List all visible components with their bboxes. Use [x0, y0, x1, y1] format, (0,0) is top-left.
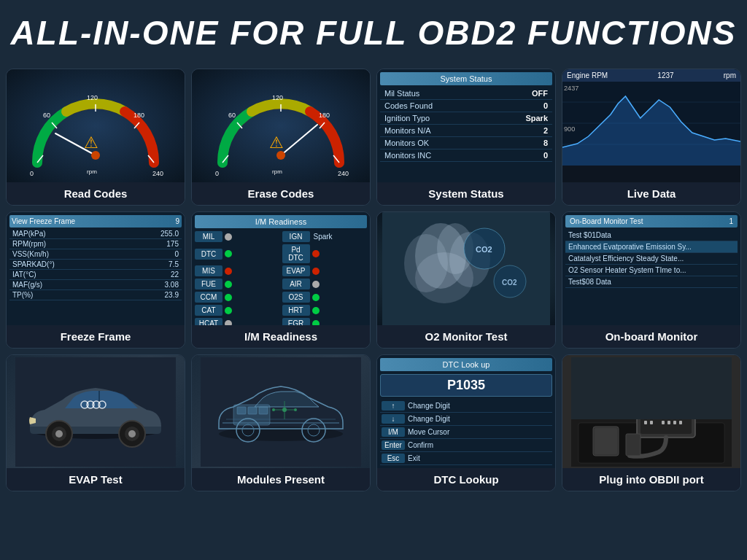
- svg-rect-93: [644, 421, 647, 424]
- im-row-fue: FUE: [195, 279, 280, 289]
- tile-live-data[interactable]: Engine RPM 1237 rpm 2437 900: [562, 69, 741, 206]
- svg-point-73: [294, 408, 297, 411]
- tile-im-readiness[interactable]: I/M Readiness MIL IGN Spark DTC: [191, 211, 371, 349]
- svg-text:240: 240: [152, 170, 163, 177]
- svg-rect-102: [626, 434, 640, 456]
- svg-text:CO2: CO2: [502, 279, 517, 287]
- dtc-key-esc: Esc Exit: [380, 452, 552, 465]
- svg-rect-97: [673, 421, 676, 424]
- im-row-hrt: HRT: [282, 305, 368, 316]
- svg-text:⚠: ⚠: [269, 133, 284, 152]
- tile-freeze-frame-label: Freeze Frame: [7, 325, 185, 348]
- im-row-pddtc: Pd DTC: [282, 244, 368, 263]
- ob-row-4[interactable]: Test$08 Data: [565, 276, 738, 288]
- tile-dtc-lookup-label: DTC Lookup: [377, 468, 555, 491]
- ob-row-3[interactable]: O2 Sensor Heater System TIme to...: [565, 265, 738, 276]
- ff-row-5: MAF(g/s)3.08: [9, 280, 182, 290]
- ff-count: 9: [175, 217, 179, 225]
- im-row-mis: MIS: [195, 265, 280, 276]
- tile-onboard-monitor-label: On-board Monitor: [562, 325, 740, 348]
- svg-text:60: 60: [43, 112, 50, 119]
- tile-obd-port-label: Plug into OBDII port: [562, 468, 740, 491]
- ff-row-3: SPARKAD(°)7.5: [9, 260, 182, 270]
- svg-text:0: 0: [215, 170, 219, 177]
- ss-row-ignition: Ignition TypoSpark: [380, 112, 552, 125]
- im-title: I/M Readiness: [195, 215, 367, 228]
- ff-row-6: TP(%)23.9: [9, 290, 182, 300]
- svg-text:2437: 2437: [564, 85, 578, 92]
- ff-title-text: View Freeze Frame: [12, 217, 75, 225]
- tile-modules-present-label: Modules Present: [192, 468, 370, 491]
- tile-o2-monitor[interactable]: CO2 CO2 O2 Monitor Test: [376, 211, 556, 349]
- im-row-air: AIR: [282, 279, 368, 289]
- tile-evap-test[interactable]: EVAP Test: [6, 354, 185, 491]
- ob-title-text: On-Board Monitor Test: [570, 217, 643, 225]
- system-status-title: System Status: [380, 72, 552, 85]
- svg-text:rpm: rpm: [87, 168, 97, 175]
- ss-row-monitors-inc: Monitors INC0: [380, 149, 552, 162]
- ff-row-1: RPM(rpm)175: [9, 239, 182, 249]
- page-title: ALL-IN-ONE FOR FULL OBD2 FUNCTIONS: [7, 13, 740, 52]
- tile-im-readiness-label: I/M Readiness: [192, 325, 370, 348]
- ob-row-1[interactable]: Enhanced Evatporative Emission Sy...: [565, 241, 738, 253]
- svg-rect-99: [571, 357, 732, 419]
- svg-line-24: [281, 125, 317, 155]
- svg-point-71: [282, 408, 287, 412]
- svg-text:CO2: CO2: [476, 245, 492, 254]
- ff-row-4: IAT(°C)22: [9, 270, 182, 280]
- tile-evap-test-label: EVAP Test: [7, 468, 185, 491]
- ob-row-2[interactable]: Catatalyst Efficiency Steady State...: [565, 253, 738, 265]
- svg-point-52: [128, 430, 136, 438]
- svg-text:180: 180: [319, 112, 330, 119]
- svg-rect-95: [662, 421, 665, 424]
- ss-row-monitors-ok: Monitors OK8: [380, 137, 552, 149]
- ob-row-0[interactable]: Test $01Data: [565, 230, 738, 241]
- im-row-dtc: DTC: [195, 244, 280, 263]
- ff-row-0: MAP(kPa)255.0: [9, 229, 182, 239]
- im-row-cat: CAT: [195, 305, 280, 316]
- im-row-evap: EVAP: [282, 265, 368, 276]
- svg-rect-98: [679, 421, 682, 424]
- svg-point-11: [91, 151, 100, 160]
- ff-row-2: VSS(Km/h)0: [9, 249, 182, 260]
- ob-count: 1: [729, 217, 733, 225]
- dtc-key-im: I/M Move Cursor: [380, 426, 552, 439]
- ss-row-monitors-na: Monitors N/A2: [380, 125, 552, 137]
- tile-live-data-label: Live Data: [562, 182, 740, 205]
- svg-text:180: 180: [133, 112, 144, 119]
- dtc-key-up: ↑ Change Digit: [380, 400, 552, 413]
- tile-system-status[interactable]: System Status Mil StatusOFF Codes Found0…: [376, 69, 556, 206]
- svg-text:120: 120: [87, 94, 98, 101]
- tile-system-status-label: System Status: [377, 182, 555, 205]
- svg-text:rpm: rpm: [272, 168, 282, 175]
- svg-point-39: [415, 252, 473, 303]
- svg-rect-96: [667, 421, 670, 424]
- ss-row-mil: Mil StatusOFF: [380, 88, 552, 100]
- tile-onboard-monitor[interactable]: On-Board Monitor Test 1 Test $01Data Enh…: [562, 211, 741, 349]
- im-row-o2s: O2S: [282, 292, 368, 303]
- svg-rect-94: [650, 421, 653, 424]
- svg-rect-101: [595, 428, 617, 454]
- svg-text:900: 900: [564, 125, 575, 133]
- tile-freeze-frame[interactable]: View Freeze Frame 9 MAP(kPa)255.0 RPM(rp…: [6, 211, 185, 349]
- live-data-value: 1237: [657, 71, 673, 79]
- svg-rect-61: [248, 407, 257, 414]
- svg-text:0: 0: [30, 170, 34, 177]
- dtc-key-down: ↓ Change Digit: [380, 413, 552, 426]
- tile-erase-codes[interactable]: 0 60 120 180 240 ⚠ rpm Erase Codes: [191, 69, 371, 206]
- tile-o2-monitor-label: O2 Monitor Test: [377, 325, 555, 348]
- svg-point-49: [55, 430, 63, 438]
- ss-row-codes: Codes Found0: [380, 100, 552, 112]
- tile-obd-port[interactable]: Plug into OBDII port: [562, 354, 741, 491]
- tile-dtc-lookup[interactable]: DTC Look up P1035 ↑ Change Digit ↓ Chang…: [376, 354, 556, 491]
- tile-modules-present[interactable]: Modules Present: [191, 354, 371, 491]
- svg-text:⚠: ⚠: [84, 133, 98, 152]
- tile-read-codes[interactable]: 0 60 120 180 240 ⚠ rpm Read Codes: [6, 69, 185, 206]
- im-row-hcat: HCAT: [195, 318, 280, 325]
- im-row-ccm: CCM: [195, 292, 280, 303]
- dtc-code-display: P1035: [380, 374, 552, 397]
- live-data-title: Engine RPM: [567, 71, 608, 79]
- im-row-egr: EGR: [282, 318, 368, 325]
- header: ALL-IN-ONE FOR FULL OBD2 FUNCTIONS: [0, 0, 747, 63]
- svg-text:120: 120: [272, 94, 283, 101]
